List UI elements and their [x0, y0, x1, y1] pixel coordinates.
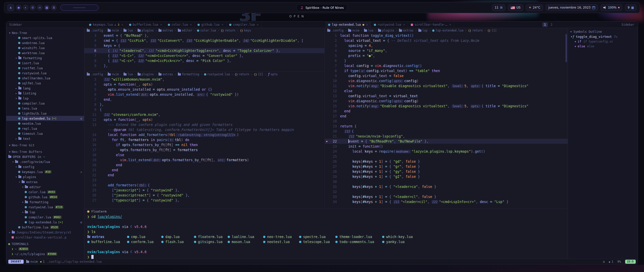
code-line[interactable]: 9 config.virtual_text = false	[325, 73, 568, 78]
tree-item[interactable]: ▸Juegos/Indies/SteamLibrary/st	[6, 230, 84, 235]
tray-widget[interactable]: 9 ▦	[625, 4, 637, 11]
floaterm-terminal[interactable]: Floaterm ❯ cd lua/plugins/nvim/lua/plugi…	[84, 209, 568, 259]
code-line[interactable]: 9{	[84, 107, 325, 112]
tree-item[interactable]: lsp-extended.lu[+]◎	[6, 220, 84, 225]
code-line[interactable]: 11 vim.notify(msg:"Disable diagnostics v…	[325, 83, 568, 88]
tree-item[interactable]: ❯~/.c/n/l/plugins#3980	[6, 251, 84, 256]
tree-item[interactable]: lsp-extended.lu[+]◎	[6, 116, 84, 121]
updates-widget[interactable]: 11 ⊞	[492, 4, 505, 11]
breadcrumb-item[interactable]: plugins	[138, 73, 154, 76]
code-line[interactable]: 30	[325, 179, 568, 184]
breadcrumb-item[interactable]: formatting	[178, 73, 199, 76]
outline-item[interactable]: ◈elseelse	[568, 44, 638, 49]
code-line[interactable]: 7 { [1]"<S-C>", [2]"<cmd>CccConvert<cr>"…	[84, 53, 325, 58]
code-line[interactable]: 10 vim.diagnostic.config(opts:config)	[325, 78, 568, 83]
code-line[interactable]: 8},	[84, 102, 325, 107]
code-line[interactable]: 15 vim.notify(msg:"Enabled diagnostics v…	[325, 104, 568, 109]
breadcrumb-item[interactable]: ƒopts	[268, 73, 278, 76]
outline-item[interactable]: ◈ifif type(config.vi	[568, 39, 638, 44]
tree-item[interactable]: ▾lsp	[6, 96, 84, 101]
tree-item[interactable]: ▾plugins	[6, 174, 84, 179]
breadcrumb-item[interactable]: {}keys	[240, 29, 251, 32]
breadcrumb-item[interactable]: lua	[124, 73, 133, 76]
pager-button[interactable]: ▦	[44, 5, 50, 10]
tree-item[interactable]: smart-splits.lua	[6, 35, 84, 40]
keyboard-layout-widget[interactable]: US	[508, 4, 523, 11]
code-line[interactable]: 6 }	[325, 58, 568, 63]
code-line[interactable]: 7 local config = vim.diagnostic.config()	[325, 63, 568, 68]
tab-color.lua[interactable]: color.lua×	[165, 22, 195, 28]
tree-item[interactable]: color.lua#493	[6, 189, 84, 194]
breadcrumb-item[interactable]: color.lua	[197, 29, 216, 32]
code-line[interactable]: 7 end,	[84, 97, 325, 102]
breadcrumb-item[interactable]: lsp	[418, 29, 428, 32]
scrollbar-handle[interactable]	[566, 34, 567, 62]
breadcrumb-item[interactable]: .config	[327, 29, 343, 32]
tree-item[interactable]: ▸test	[6, 136, 84, 141]
code-line[interactable]: 20 end	[84, 162, 325, 167]
code-line[interactable]: 31 keys[#keys + 1] = { "<leader>ca", fal…	[325, 184, 568, 189]
tree-item[interactable]: sqlfmt.lua	[6, 81, 84, 86]
tree-item[interactable]: ▾config	[6, 164, 84, 169]
breadcrumb-item[interactable]: extras	[158, 73, 173, 76]
tree-item[interactable]: winshift.lua	[6, 45, 84, 50]
power-button[interactable]: ◉	[16, 5, 21, 10]
tree-item[interactable]: keymaps.lua#10⚠	[6, 169, 84, 174]
code-line[interactable]: 15 for ft, formatters in pairs(t:tbl) do	[84, 137, 325, 142]
outline-item[interactable]: ▾ ƒtoggle_diag_virtextfu	[568, 34, 638, 39]
symbols-outline-header[interactable]: ▾ Symbols Outline	[568, 29, 638, 34]
breadcrumb-item[interactable]: plugins	[138, 29, 154, 32]
code-line[interactable]: ---@param tbl table<string, conform.Form…	[84, 127, 325, 132]
tree-item[interactable]: ▾formatting	[6, 55, 84, 60]
volume-widget[interactable]: 100%	[600, 4, 622, 11]
breadcrumb-item[interactable]: .config	[87, 29, 103, 32]
code-line[interactable]: 6 vim.list_extend(dst:opts.ensure_instal…	[84, 92, 325, 97]
code-line[interactable]: ●22 event = { "BufReadPre", "BufNewFile"…	[325, 139, 568, 144]
code-line[interactable]: 17 opts.formatters_by_ft[ft] = formatter…	[84, 147, 325, 152]
breadcrumb-item[interactable]: extras	[158, 29, 173, 32]
tree-item[interactable]: shellharden.lua	[6, 76, 84, 81]
breadcrumb-item[interactable]: editor	[178, 29, 192, 32]
code-line[interactable]: 27 ["typescript"] = { "rustywind" },	[84, 198, 325, 203]
code-line[interactable]: 14 local function add_formatters(tbl :ta…	[84, 132, 325, 137]
breadcrumb-item[interactable]: {}[2]	[254, 73, 263, 76]
moon-button[interactable]: ◐	[23, 5, 28, 10]
code-line[interactable]: 1local function toggle_diag_virtext()	[325, 33, 568, 38]
code-line[interactable]: 32	[325, 189, 568, 194]
tree-item[interactable]: bufferline.lua#328	[6, 225, 84, 230]
code-line[interactable]: 12 else	[325, 88, 568, 93]
breadcrumb-item[interactable]: nvim	[108, 73, 119, 76]
tree-item[interactable]: repl.lua	[6, 126, 84, 131]
tab-lsp-extended.lua[interactable]: lsp-extended.lua×	[325, 22, 371, 28]
code-line[interactable]: 12 opts = function(_, opts)	[84, 117, 325, 122]
tree-section-header[interactable]: ▣TERMINALS	[6, 241, 84, 246]
tree-item[interactable]: ▸linting	[6, 91, 84, 96]
breadcrumb-item[interactable]: nvim	[348, 29, 359, 32]
code-line[interactable]: 24 local keys = require(modname:"lazyvim…	[325, 149, 568, 154]
code-line[interactable]: 5 prefix = "●",	[325, 53, 568, 58]
breadcrumb-item[interactable]: {}[1]	[488, 29, 497, 32]
breadcrumb-item[interactable]: {}return	[235, 73, 249, 76]
link-button[interactable]: ∞	[37, 5, 43, 10]
tree-item[interactable]: ▾extras	[6, 179, 84, 184]
tree-item[interactable]: neodim.lua	[6, 121, 84, 126]
tab-page-1[interactable]: 1	[542, 22, 548, 27]
code-line[interactable]: 21 end	[84, 167, 325, 173]
tree-item[interactable]: lens.lua	[6, 106, 84, 111]
bar-prompt-input[interactable]: ───────	[60, 5, 99, 11]
tree-item[interactable]: rustywind.lua#726	[6, 205, 84, 210]
close-icon[interactable]: ×	[366, 23, 368, 26]
code-line[interactable]: 20 [1]{	[325, 129, 568, 134]
tree-section-header[interactable]: ▾Neo-Tree	[6, 30, 84, 35]
code-line[interactable]: 2 local virtual_text = { -- Default virt…	[325, 38, 568, 43]
breadcrumb-item[interactable]: {}return	[221, 29, 235, 32]
code-line[interactable]: 34 keys[#keys + 1] = { [1]"<leader>cil",…	[325, 199, 568, 204]
tab-page-2[interactable]: 2	[549, 22, 554, 27]
code-line[interactable]: 26 keys[#keys + 1] = { "gd", false }	[325, 159, 568, 164]
code-line[interactable]: 6 { [1]"<leader>uC", [2]"<cmd>CccHighlig…	[84, 48, 325, 53]
code-line[interactable]: 24 add_formatters(tbl:{	[84, 183, 325, 188]
breadcrumb-item[interactable]: plugins	[378, 29, 394, 32]
close-icon[interactable]: ×	[257, 23, 258, 26]
code-line[interactable]: 27 keys[#keys + 1] = { "gr", false }	[325, 164, 568, 169]
code-line[interactable]: 8 { [1]"<C-c>", [2]"<cmd>CccPick<cr>", d…	[84, 58, 325, 63]
